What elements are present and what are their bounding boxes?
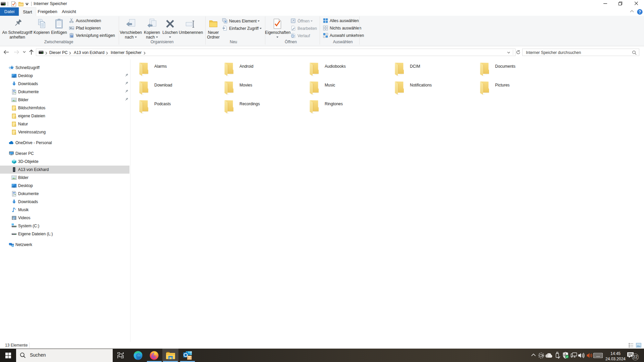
svg-text:22: 22 (633, 355, 638, 359)
svg-text:?: ? (639, 10, 641, 14)
